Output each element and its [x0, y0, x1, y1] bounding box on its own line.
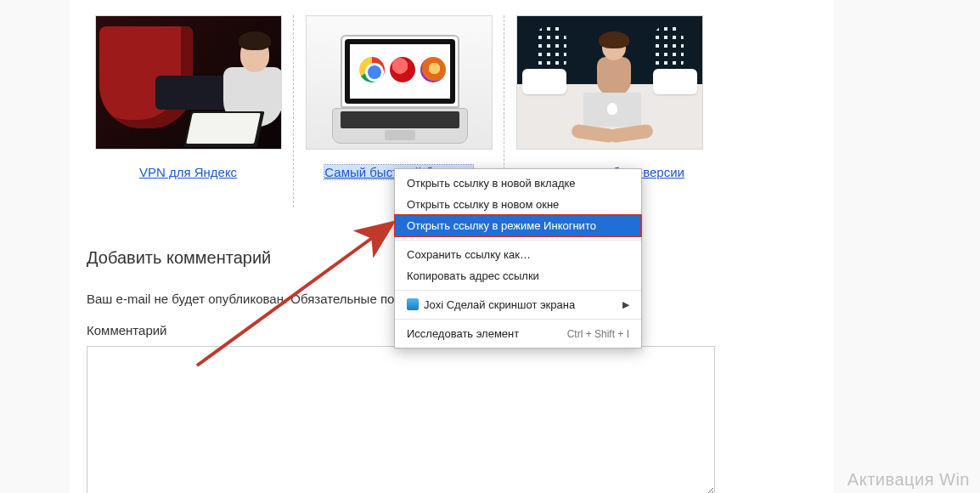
ctx-open-new-tab[interactable]: Открыть ссылку в новой вкладке [395, 173, 641, 194]
ctx-open-new-window[interactable]: Открыть ссылку в новом окне [395, 194, 641, 215]
ctx-copy-link-address[interactable]: Копировать адрес ссылки [395, 265, 641, 286]
card-collections-image [516, 15, 703, 150]
card-vpn-link[interactable]: VPN для Яндекс [139, 165, 237, 179]
ctx-open-incognito[interactable]: Открыть ссылку в режиме Инкогнито [395, 215, 641, 236]
submenu-arrow-icon: ▶ [622, 299, 629, 310]
card-vpn-image [95, 15, 282, 150]
comment-textarea[interactable] [87, 346, 715, 493]
ctx-separator [395, 240, 641, 241]
ctx-separator [395, 290, 641, 291]
link-context-menu: Открыть ссылку в новой вкладке Открыть с… [394, 168, 642, 348]
windows-activation-watermark: Активация Win [848, 470, 970, 490]
ctx-save-link-as[interactable]: Сохранить ссылку как… [395, 244, 641, 265]
ctx-inspect-element[interactable]: Исследовать элемент Ctrl + Shift + I [395, 323, 641, 344]
joxi-icon [407, 298, 419, 310]
ctx-inspect-shortcut: Ctrl + Shift + I [567, 328, 629, 340]
ctx-joxi-screenshot[interactable]: Joxi Сделай скриншот экрана ▶ [395, 294, 641, 315]
card-browser-image [306, 15, 493, 150]
card-vpn: VPN для Яндекс [83, 15, 294, 207]
ctx-separator [395, 319, 641, 320]
